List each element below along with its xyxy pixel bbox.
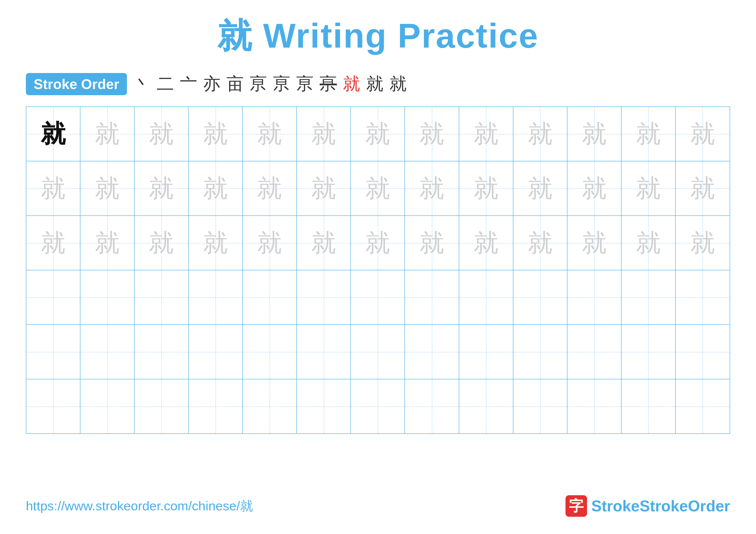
grid-cell-4-2[interactable] xyxy=(80,270,134,324)
grid-cell-6-4[interactable] xyxy=(189,379,243,433)
grid-cell-6-9[interactable] xyxy=(459,379,513,433)
grid-cell-5-9[interactable] xyxy=(459,325,513,379)
grid-cell-3-5[interactable]: 就 xyxy=(243,216,297,270)
grid-cell-2-5[interactable]: 就 xyxy=(243,161,297,216)
stroke-10: 就 xyxy=(343,72,360,96)
grid-cell-5-13[interactable] xyxy=(676,325,730,379)
grid-cell-5-12[interactable] xyxy=(622,325,676,379)
grid-cell-2-11[interactable]: 就 xyxy=(567,161,622,216)
grid-cell-6-10[interactable] xyxy=(513,379,567,433)
stroke-11: 就 xyxy=(366,72,383,96)
grid-cell-1-4[interactable]: 就 xyxy=(189,107,243,161)
stroke-sequence: 丶 二 亠 亦 亩 亰 亰 亰 亰 就 就 就 xyxy=(133,72,407,96)
stroke-4: 亦 xyxy=(203,72,221,96)
grid-cell-5-4[interactable] xyxy=(189,325,243,379)
char-display: 就 xyxy=(41,121,66,146)
grid-cell-6-8[interactable] xyxy=(405,379,459,433)
grid-cell-4-12[interactable] xyxy=(622,270,676,324)
grid-cell-3-12[interactable]: 就 xyxy=(622,216,676,270)
grid-cell-4-10[interactable] xyxy=(513,270,567,324)
stroke-order-badge: Stroke Order xyxy=(26,73,127,95)
grid-cell-1-2[interactable]: 就 xyxy=(80,107,134,161)
grid-cell-1-1[interactable]: 就 xyxy=(26,107,80,161)
stroke-order-row: Stroke Order 丶 二 亠 亦 亩 亰 亰 亰 亰 就 就 就 xyxy=(26,72,730,96)
stroke-8: 亰 xyxy=(296,72,313,96)
grid-cell-3-1[interactable]: 就 xyxy=(26,216,80,270)
grid-cell-4-8[interactable] xyxy=(405,270,459,324)
grid-cell-2-8[interactable]: 就 xyxy=(405,161,459,216)
grid-cell-2-4[interactable]: 就 xyxy=(189,161,243,216)
grid-cell-2-6[interactable]: 就 xyxy=(297,161,351,216)
strokeorder-logo-text: StrokeStrokeOrder xyxy=(591,497,730,515)
grid-cell-3-4[interactable]: 就 xyxy=(189,216,243,270)
grid-cell-2-1[interactable]: 就 xyxy=(26,161,80,216)
grid-cell-2-10[interactable]: 就 xyxy=(513,161,567,216)
grid-cell-6-1[interactable] xyxy=(26,379,80,433)
grid-cell-6-2[interactable] xyxy=(80,379,134,433)
grid-cell-4-9[interactable] xyxy=(459,270,513,324)
grid-cell-3-3[interactable]: 就 xyxy=(134,216,189,270)
grid-row-5 xyxy=(26,325,730,379)
grid-cell-1-9[interactable]: 就 xyxy=(459,107,513,161)
grid-row-4 xyxy=(26,270,730,325)
grid-cell-4-5[interactable] xyxy=(243,270,297,324)
grid-cell-5-8[interactable] xyxy=(405,325,459,379)
grid-cell-1-13[interactable]: 就 xyxy=(676,107,730,161)
grid-cell-6-5[interactable] xyxy=(243,379,297,433)
grid-cell-5-6[interactable] xyxy=(297,325,351,379)
grid-cell-4-13[interactable] xyxy=(676,270,730,324)
grid-cell-6-6[interactable] xyxy=(297,379,351,433)
grid-cell-4-1[interactable] xyxy=(26,270,80,324)
grid-cell-5-1[interactable] xyxy=(26,325,80,379)
footer-url[interactable]: https://www.strokeorder.com/chinese/就 xyxy=(26,497,253,515)
grid-cell-5-7[interactable] xyxy=(351,325,405,379)
grid-cell-2-12[interactable]: 就 xyxy=(622,161,676,216)
grid-cell-5-2[interactable] xyxy=(80,325,134,379)
grid-cell-3-7[interactable]: 就 xyxy=(351,216,405,270)
grid-cell-5-11[interactable] xyxy=(567,325,622,379)
grid-cell-1-8[interactable]: 就 xyxy=(405,107,459,161)
grid-cell-1-10[interactable]: 就 xyxy=(513,107,567,161)
stroke-6: 亰 xyxy=(250,72,267,96)
grid-cell-5-10[interactable] xyxy=(513,325,567,379)
grid-cell-3-11[interactable]: 就 xyxy=(567,216,622,270)
grid-cell-3-6[interactable]: 就 xyxy=(297,216,351,270)
grid-cell-6-3[interactable] xyxy=(134,379,189,433)
grid-cell-4-6[interactable] xyxy=(297,270,351,324)
footer: https://www.strokeorder.com/chinese/就 字 … xyxy=(26,495,730,517)
grid-cell-1-6[interactable]: 就 xyxy=(297,107,351,161)
grid-cell-2-9[interactable]: 就 xyxy=(459,161,513,216)
grid-cell-3-8[interactable]: 就 xyxy=(405,216,459,270)
grid-cell-5-5[interactable] xyxy=(243,325,297,379)
page: 就 Writing Practice Stroke Order 丶 二 亠 亦 … xyxy=(0,0,756,534)
grid-cell-1-7[interactable]: 就 xyxy=(351,107,405,161)
grid-cell-3-10[interactable]: 就 xyxy=(513,216,567,270)
grid-cell-2-13[interactable]: 就 xyxy=(676,161,730,216)
grid-cell-2-2[interactable]: 就 xyxy=(80,161,134,216)
grid-cell-6-11[interactable] xyxy=(567,379,622,433)
grid-cell-1-11[interactable]: 就 xyxy=(567,107,622,161)
stroke-12: 就 xyxy=(390,72,407,96)
grid-cell-4-7[interactable] xyxy=(351,270,405,324)
grid-cell-1-12[interactable]: 就 xyxy=(622,107,676,161)
grid-cell-6-13[interactable] xyxy=(676,379,730,433)
grid-cell-3-2[interactable]: 就 xyxy=(80,216,134,270)
stroke-9: 亰 xyxy=(320,72,337,96)
grid-cell-1-5[interactable]: 就 xyxy=(243,107,297,161)
grid-cell-2-3[interactable]: 就 xyxy=(134,161,189,216)
stroke-1: 丶 xyxy=(133,72,150,96)
grid-cell-6-7[interactable] xyxy=(351,379,405,433)
page-title: 就 Writing Practice xyxy=(26,13,730,60)
grid-cell-5-3[interactable] xyxy=(134,325,189,379)
stroke-2: 二 xyxy=(157,72,174,96)
grid-cell-4-3[interactable] xyxy=(134,270,189,324)
grid-cell-4-4[interactable] xyxy=(189,270,243,324)
grid-cell-1-3[interactable]: 就 xyxy=(134,107,189,161)
grid-cell-6-12[interactable] xyxy=(622,379,676,433)
stroke-3: 亠 xyxy=(180,72,197,96)
grid-cell-3-9[interactable]: 就 xyxy=(459,216,513,270)
grid-cell-2-7[interactable]: 就 xyxy=(351,161,405,216)
stroke-5: 亩 xyxy=(227,72,244,96)
grid-cell-4-11[interactable] xyxy=(567,270,622,324)
grid-cell-3-13[interactable]: 就 xyxy=(676,216,730,270)
